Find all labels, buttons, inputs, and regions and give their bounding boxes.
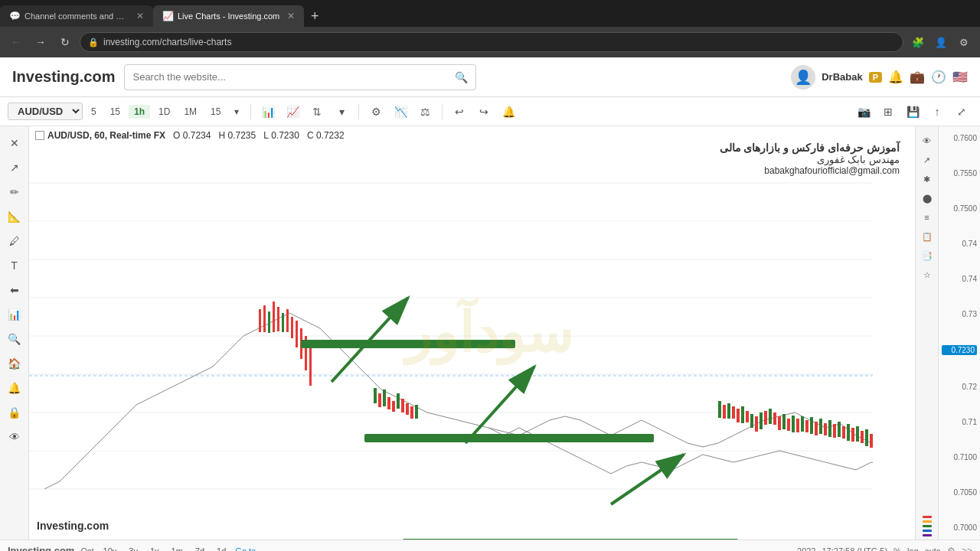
svg-rect-36 [737,409,740,422]
range-7d[interactable]: 7d [192,546,207,552]
refresh-button[interactable]: ↻ [55,32,75,52]
settings-button[interactable]: ⚙ [954,32,974,52]
crosshair-tool[interactable]: ✕ [4,132,25,154]
address-bar[interactable]: 🔒 investing.com/charts/live-charts [80,32,903,52]
bottom-right: 2022 17:27:58 (UTC-5) % log auto ⚙ >> [797,546,972,552]
tf-1m[interactable]: 1M [178,105,202,119]
ohlc-l: L 0.7230 [263,130,299,141]
layout-icon[interactable]: ⊞ [877,101,899,122]
indicators-icon[interactable]: 📉 [390,101,411,122]
tab-2-title: Live Charts - Investing.com [178,11,279,21]
tf-5[interactable]: 5 [86,105,102,119]
range-1m[interactable]: 1m [168,546,186,552]
camera-icon[interactable]: 📷 [853,101,874,122]
tf-dropdown[interactable]: ▾ [229,105,244,119]
header-icons: 🔔 💼 🕐 🇺🇸 [888,70,968,84]
tab-2-close[interactable]: ✕ [287,11,295,21]
search-bar[interactable]: 🔍 [124,64,476,90]
range-10y[interactable]: 10y [100,546,120,552]
back-button[interactable]: ← [6,32,26,52]
eye-tool[interactable]: 👁 [4,426,25,448]
compare-dropdown[interactable]: ▾ [331,101,352,122]
alert-tool[interactable]: 🔔 [4,377,25,399]
pair-selector[interactable]: AUD/USD [8,103,83,120]
scroll-right[interactable]: >> [962,546,972,552]
svg-rect-44 [773,412,776,425]
pencil-tool[interactable]: ✏ [4,181,25,203]
svg-rect-51 [805,420,808,432]
chart-tool[interactable]: 📊 [4,304,25,325]
rt-fav[interactable]: ☆ [919,266,936,283]
search-tool[interactable]: 🔍 [4,328,25,350]
rt-copy[interactable]: 📋 [919,228,936,245]
tab-1[interactable]: 💬 Channel comments and mention... ✕ [0,5,153,27]
tab-1-close[interactable]: ✕ [136,11,144,21]
share-icon[interactable]: ↑ [926,101,948,122]
rt-lines[interactable]: ≡ [919,209,936,226]
tf-1h[interactable]: 1h [129,105,150,119]
tf-1d[interactable]: 1D [153,105,175,119]
chart-svg [29,145,873,540]
goto-button[interactable]: Go to... [235,546,263,552]
svg-rect-48 [792,416,795,432]
redo-icon[interactable]: ↪ [473,101,495,122]
alert-icon[interactable]: 🔔 [498,101,519,122]
pen-tool[interactable]: 🖊 [4,230,25,252]
year-2022: 2022 [797,546,815,552]
tab-1-title: Channel comments and mention... [24,11,129,21]
back-tool[interactable]: ⬅ [4,279,25,301]
rt-star[interactable]: ✱ [919,171,936,187]
price-0700: 0.7000 [942,523,977,532]
range-1y[interactable]: 1y [147,546,162,552]
browser-chrome: 💬 Channel comments and mention... ✕ 📈 Li… [0,0,980,57]
bar-chart-icon[interactable]: 📊 [257,101,279,122]
extensions-button[interactable]: 🧩 [908,32,928,52]
rt-cursor[interactable]: ↗ [919,152,936,168]
fullscreen-icon[interactable]: ⤢ [951,101,972,122]
tf-15b[interactable]: 15 [205,105,226,119]
bell-icon[interactable]: 🔔 [888,70,903,84]
price-current: 0.7230 [942,345,977,355]
range-1d[interactable]: 1d [214,546,229,552]
rt-dot[interactable]: ⬤ [919,190,936,207]
profile-button[interactable]: 👤 [931,32,951,52]
rt-eye[interactable]: 👁 [919,132,936,149]
line-chart-icon[interactable]: 📈 [282,101,303,122]
rt-layers[interactable]: 📑 [919,247,936,264]
svg-rect-42 [764,411,767,425]
tab-2[interactable]: 📈 Live Charts - Investing.com ✕ [153,5,304,27]
range-3y[interactable]: 3y [126,546,141,552]
svg-rect-79 [364,434,654,442]
username: DrBabak [822,71,862,83]
tf-15[interactable]: 15 [105,105,126,119]
scale-icon[interactable]: ⚖ [414,101,436,122]
svg-rect-27 [397,393,400,409]
flag-icon[interactable]: 🇺🇸 [952,70,968,84]
svg-rect-62 [856,426,859,442]
price-0750: 0.7500 [942,204,977,213]
new-tab-button[interactable]: + [304,5,325,27]
price-0755: 0.7550 [942,169,977,178]
home-tool[interactable]: 🏠 [4,353,25,374]
portfolio-icon[interactable]: 💼 [910,70,925,84]
save-icon[interactable]: 💾 [902,101,923,122]
svg-rect-39 [750,414,753,428]
svg-rect-17 [291,317,293,338]
arrow-tool[interactable]: ↗ [4,157,25,178]
compare-icon[interactable]: ⇅ [306,101,328,122]
zoom-label: auto [925,546,941,552]
search-icon[interactable]: 🔍 [455,71,468,83]
ruler-tool[interactable]: 📐 [4,206,25,227]
undo-icon[interactable]: ↩ [449,101,470,122]
search-input[interactable] [132,71,455,83]
price-0760: 0.7600 [942,134,977,142]
forward-button[interactable]: → [31,32,51,52]
clock-icon[interactable]: 🕐 [931,70,946,84]
text-tool[interactable]: T [4,255,25,276]
lock-tool[interactable]: 🔒 [4,402,25,423]
expand-button[interactable]: ⚙ [947,546,956,552]
settings-icon[interactable]: ⚙ [365,101,387,122]
site-logo: Investing.com [12,68,115,86]
date-oct: Oct [80,546,93,552]
svg-rect-29 [406,403,409,415]
